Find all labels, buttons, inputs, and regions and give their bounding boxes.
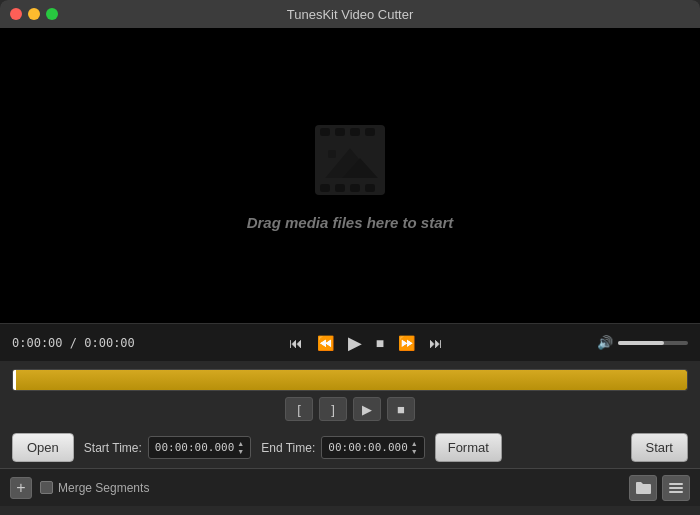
format-button[interactable]: Format bbox=[435, 433, 502, 462]
step-back-button[interactable]: ⏪ bbox=[313, 334, 338, 352]
start-time-input[interactable]: 00:00:00.000 ▲ ▼ bbox=[148, 436, 251, 459]
title-bar: TunesKit Video Cutter bbox=[0, 0, 700, 28]
svg-rect-7 bbox=[350, 184, 360, 192]
start-time-spinner[interactable]: ▲ ▼ bbox=[237, 440, 244, 455]
svg-rect-8 bbox=[365, 184, 375, 192]
svg-rect-12 bbox=[669, 483, 683, 485]
segment-controls: [ ] ▶ ■ bbox=[12, 391, 688, 425]
open-button[interactable]: Open bbox=[12, 433, 74, 462]
svg-rect-14 bbox=[669, 491, 683, 493]
drag-drop-text: Drag media files here to start bbox=[247, 214, 454, 231]
folder-icon-button[interactable] bbox=[629, 475, 657, 501]
stop-button[interactable]: ■ bbox=[372, 334, 388, 352]
volume-slider[interactable] bbox=[618, 341, 688, 345]
maximize-button[interactable] bbox=[46, 8, 58, 20]
volume-fill bbox=[618, 341, 664, 345]
close-button[interactable] bbox=[10, 8, 22, 20]
start-time-up-arrow[interactable]: ▲ bbox=[237, 440, 244, 447]
end-time-value: 00:00:00.000 bbox=[328, 441, 407, 454]
playback-buttons: ⏮ ⏪ ▶ ■ ⏩ ⏭ bbox=[135, 332, 597, 354]
volume-area: 🔊 bbox=[597, 335, 688, 350]
start-time-value: 00:00:00.000 bbox=[155, 441, 234, 454]
skip-forward-button[interactable]: ⏭ bbox=[425, 334, 447, 352]
folder-icon bbox=[635, 481, 651, 495]
preview-segment-button[interactable]: ▶ bbox=[353, 397, 381, 421]
start-time-down-arrow[interactable]: ▼ bbox=[237, 448, 244, 455]
end-time-label: End Time: bbox=[261, 441, 315, 455]
merge-segments-area: Merge Segments bbox=[40, 481, 629, 495]
add-segment-button[interactable]: + bbox=[10, 477, 32, 499]
minimize-button[interactable] bbox=[28, 8, 40, 20]
mark-out-button[interactable]: ] bbox=[319, 397, 347, 421]
svg-rect-1 bbox=[320, 128, 330, 136]
end-time-section: End Time: 00:00:00.000 ▲ ▼ bbox=[261, 436, 424, 459]
merge-label: Merge Segments bbox=[58, 481, 149, 495]
start-button[interactable]: Start bbox=[631, 433, 688, 462]
timeline-fill bbox=[13, 370, 687, 390]
list-icon bbox=[668, 481, 684, 495]
svg-rect-6 bbox=[335, 184, 345, 192]
end-time-up-arrow[interactable]: ▲ bbox=[411, 440, 418, 447]
cut-segment-button[interactable]: ■ bbox=[387, 397, 415, 421]
end-time-down-arrow[interactable]: ▼ bbox=[411, 448, 418, 455]
step-forward-button[interactable]: ⏩ bbox=[394, 334, 419, 352]
end-time-input[interactable]: 00:00:00.000 ▲ ▼ bbox=[321, 436, 424, 459]
playback-controls-bar: 0:00:00 / 0:00:00 ⏮ ⏪ ▶ ■ ⏩ ⏭ 🔊 bbox=[0, 323, 700, 361]
footer: + Merge Segments bbox=[0, 468, 700, 506]
volume-icon: 🔊 bbox=[597, 335, 613, 350]
window-controls[interactable] bbox=[10, 8, 58, 20]
time-display: 0:00:00 / 0:00:00 bbox=[12, 336, 135, 350]
svg-rect-2 bbox=[335, 128, 345, 136]
footer-right-buttons bbox=[629, 475, 690, 501]
play-button[interactable]: ▶ bbox=[344, 332, 366, 354]
bottom-controls: Open Start Time: 00:00:00.000 ▲ ▼ End Ti… bbox=[0, 429, 700, 468]
svg-rect-13 bbox=[669, 487, 683, 489]
timeline-thumb[interactable] bbox=[13, 370, 16, 390]
app-title: TunesKit Video Cutter bbox=[287, 7, 413, 22]
svg-rect-11 bbox=[328, 150, 336, 158]
mark-in-button[interactable]: [ bbox=[285, 397, 313, 421]
start-time-label: Start Time: bbox=[84, 441, 142, 455]
timeline-area[interactable]: [ ] ▶ ■ bbox=[0, 361, 700, 429]
skip-back-button[interactable]: ⏮ bbox=[285, 334, 307, 352]
svg-rect-4 bbox=[365, 128, 375, 136]
video-preview-area[interactable]: Drag media files here to start bbox=[0, 28, 700, 323]
end-time-spinner[interactable]: ▲ ▼ bbox=[411, 440, 418, 455]
timeline-track[interactable] bbox=[12, 369, 688, 391]
start-time-section: Start Time: 00:00:00.000 ▲ ▼ bbox=[84, 436, 251, 459]
svg-rect-5 bbox=[320, 184, 330, 192]
film-icon bbox=[310, 120, 390, 200]
svg-rect-3 bbox=[350, 128, 360, 136]
list-icon-button[interactable] bbox=[662, 475, 690, 501]
merge-checkbox[interactable] bbox=[40, 481, 53, 494]
